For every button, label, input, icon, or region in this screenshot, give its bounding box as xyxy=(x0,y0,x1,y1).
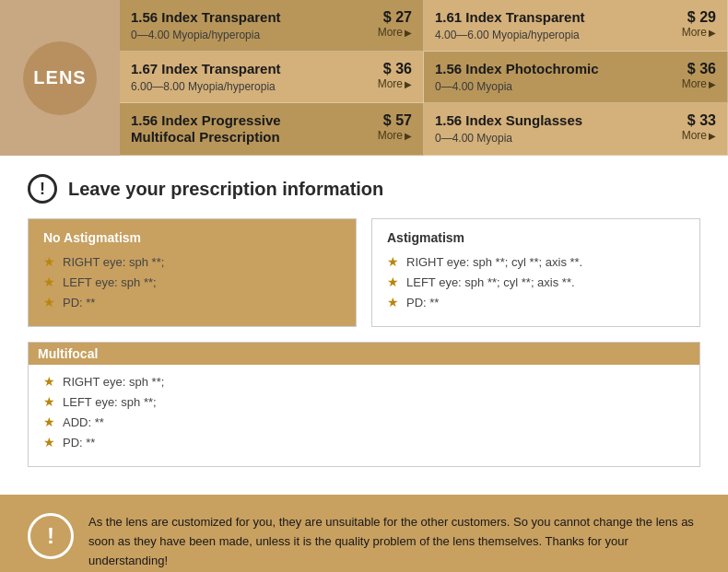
lens-item-more-button[interactable]: More xyxy=(378,129,412,142)
lens-item-title: 1.61 Index Transparent xyxy=(435,9,652,26)
multifocal-item-3: PD: ** xyxy=(63,436,95,449)
lens-item-info: 1.56 Index Transparent0—4.00 Myopia/hype… xyxy=(131,9,347,41)
lens-item-more-button[interactable]: More xyxy=(378,77,412,90)
multifocal-item-2: ADD: ** xyxy=(63,415,104,429)
list-item: ★ LEFT eye: sph **; xyxy=(43,394,685,409)
lens-item-info: 1.56 Index Progressive Multifocal Prescr… xyxy=(131,112,347,146)
lens-item-price-col: $ 27More xyxy=(347,9,412,39)
astigmatism-item-0: RIGHT eye: sph **; cyl **; axis **. xyxy=(406,255,582,269)
no-astigmatism-item-0: RIGHT eye: sph **; xyxy=(63,255,164,269)
lens-item-price-col: $ 29More xyxy=(652,9,716,39)
lens-item-sub: 6.00—8.00 Myopia/hyperopia xyxy=(131,80,347,93)
list-item: ★ ADD: ** xyxy=(43,414,685,429)
no-astigmatism-box: No Astigmatism ★ RIGHT eye: sph **; ★ LE… xyxy=(28,218,357,327)
lens-item-sub: 4.00—6.00 Myopia/hyperopia xyxy=(435,29,652,41)
notice-icon-wrap: ! xyxy=(28,513,74,559)
lens-item-sub: 0—4.00 Myopia/hyperopia xyxy=(131,29,347,41)
astigmatism-item-2: PD: ** xyxy=(406,296,439,309)
no-astigmatism-item-1: LEFT eye: sph **; xyxy=(63,275,157,289)
lens-item-info: 1.56 Index Photochromic0—4.00 Myopia xyxy=(435,61,652,93)
lens-item-price-col: $ 57More xyxy=(347,112,412,142)
star-icon: ★ xyxy=(43,274,55,289)
lens-item-more-button[interactable]: More xyxy=(682,26,716,39)
multifocal-item-0: RIGHT eye: sph **; xyxy=(63,375,164,389)
no-astigmatism-item-2: PD: ** xyxy=(63,296,95,309)
lens-item-price: $ 33 xyxy=(687,112,716,129)
lens-item-price: $ 36 xyxy=(383,61,412,77)
lens-item-info: 1.61 Index Transparent4.00—6.00 Myopia/h… xyxy=(435,9,652,41)
list-item: ★ RIGHT eye: sph **; xyxy=(43,254,341,269)
star-icon: ★ xyxy=(43,435,55,449)
lens-item-sub: 0—4.00 Myopia xyxy=(435,132,652,145)
lens-item-more-button[interactable]: More xyxy=(682,77,716,90)
astigmatism-box: Astigmatism ★ RIGHT eye: sph **; cyl **;… xyxy=(371,218,700,327)
lens-logo: LENS xyxy=(23,41,97,115)
lens-item-5: 1.56 Index Sunglasses0—4.00 Myopia$ 33Mo… xyxy=(424,103,728,156)
no-astigmatism-title: No Astigmatism xyxy=(43,230,341,245)
star-icon: ★ xyxy=(43,374,55,389)
lens-item-3: 1.56 Index Photochromic0—4.00 Myopia$ 36… xyxy=(424,52,728,103)
star-icon: ★ xyxy=(387,254,399,269)
lens-item-more-button[interactable]: More xyxy=(682,129,716,142)
prescription-grid: No Astigmatism ★ RIGHT eye: sph **; ★ LE… xyxy=(28,218,700,327)
star-icon: ★ xyxy=(387,295,399,309)
list-item: ★ LEFT eye: sph **; xyxy=(43,274,341,289)
prescription-title: Leave your prescription information xyxy=(68,179,383,200)
lens-item-title: 1.56 Index Photochromic xyxy=(435,61,652,77)
lens-item-title: 1.56 Index Transparent xyxy=(131,9,347,26)
star-icon: ★ xyxy=(387,274,399,289)
lens-logo-col: LENS xyxy=(0,0,120,156)
list-item: ★ PD: ** xyxy=(43,435,685,449)
star-icon: ★ xyxy=(43,394,55,409)
lens-item-price: $ 27 xyxy=(383,9,412,26)
lens-item-price-col: $ 33More xyxy=(652,112,716,142)
multifocal-box: Multifocal ★ RIGHT eye: sph **; ★ LEFT e… xyxy=(28,342,700,467)
lens-item-price: $ 29 xyxy=(687,9,716,26)
lens-grid: 1.56 Index Transparent0—4.00 Myopia/hype… xyxy=(120,0,728,156)
prescription-section: ! Leave your prescription information No… xyxy=(0,156,728,495)
astigmatism-title: Astigmatism xyxy=(387,230,685,245)
info-icon: ! xyxy=(28,174,57,204)
lens-item-title: 1.56 Index Sunglasses xyxy=(435,112,652,129)
lens-item-1: 1.61 Index Transparent4.00—6.00 Myopia/h… xyxy=(424,0,728,52)
star-icon: ★ xyxy=(43,414,55,429)
lens-item-info: 1.67 Index Transparent6.00—8.00 Myopia/h… xyxy=(131,61,347,93)
list-item: ★ PD: ** xyxy=(387,295,685,309)
list-item: ★ RIGHT eye: sph **; cyl **; axis **. xyxy=(387,254,685,269)
notice-text: As the lens are customized for you, they… xyxy=(88,513,700,570)
multifocal-title: Multifocal xyxy=(29,343,699,365)
list-item: ★ RIGHT eye: sph **; xyxy=(43,374,685,389)
lens-item-price: $ 57 xyxy=(383,112,412,129)
list-item: ★ LEFT eye: sph **; cyl **; axis **. xyxy=(387,274,685,289)
astigmatism-item-1: LEFT eye: sph **; cyl **; axis **. xyxy=(406,275,575,289)
lens-item-info: 1.56 Index Sunglasses0—4.00 Myopia xyxy=(435,112,652,145)
lens-item-price-col: $ 36More xyxy=(347,61,412,90)
lens-item-price-col: $ 36More xyxy=(652,61,716,90)
lens-item-0: 1.56 Index Transparent0—4.00 Myopia/hype… xyxy=(120,0,424,52)
lens-item-more-button[interactable]: More xyxy=(378,26,412,39)
lens-item-title: 1.56 Index Progressive Multifocal Prescr… xyxy=(131,112,347,146)
star-icon: ★ xyxy=(43,254,55,269)
notice-exclamation-icon: ! xyxy=(47,523,54,549)
multifocal-item-1: LEFT eye: sph **; xyxy=(63,395,157,409)
list-item: ★ PD: ** xyxy=(43,295,341,309)
lens-item-4: 1.56 Index Progressive Multifocal Prescr… xyxy=(120,103,424,156)
lens-item-sub: 0—4.00 Myopia xyxy=(435,80,652,93)
prescription-header: ! Leave your prescription information xyxy=(28,174,700,204)
lens-item-price: $ 36 xyxy=(687,61,716,77)
notice-section: ! As the lens are customized for you, th… xyxy=(0,495,728,572)
star-icon: ★ xyxy=(43,295,55,309)
lens-section: LENS 1.56 Index Transparent0—4.00 Myopia… xyxy=(0,0,728,156)
lens-item-title: 1.67 Index Transparent xyxy=(131,61,347,77)
lens-item-2: 1.67 Index Transparent6.00—8.00 Myopia/h… xyxy=(120,52,424,103)
